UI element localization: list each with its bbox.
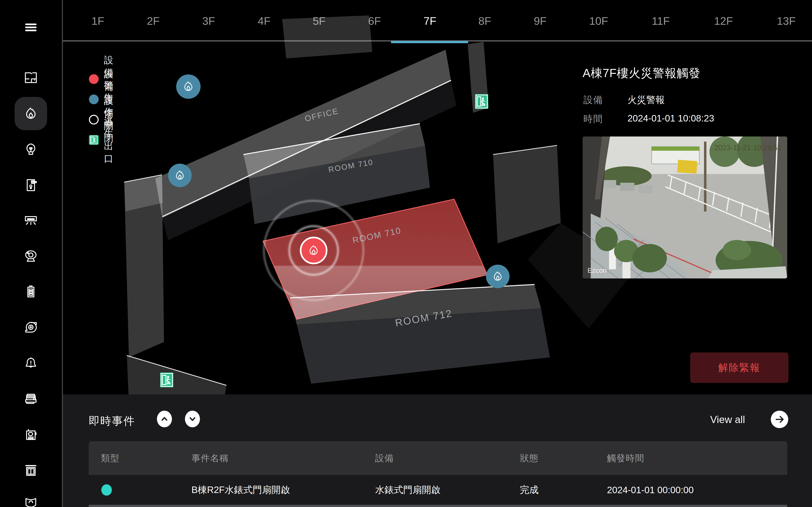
cctv-watermark: Ezcon: [588, 267, 607, 274]
tab-7F-active[interactable]: 7F: [423, 0, 436, 42]
plan-office-wall: [162, 81, 456, 240]
plan-right-slab: [493, 146, 561, 243]
cctv-snapshot[interactable]: 2023-11-21 10:29:51 Ezcon: [582, 136, 787, 278]
room-label-710-alert: ROOM 710: [352, 226, 402, 245]
cctv-timestamp: 2023-11-21 10:29:51: [714, 144, 781, 152]
exit-sign-marker-2: [160, 373, 173, 387]
alert-dot: [89, 74, 99, 84]
col-time: 觸發時間: [607, 441, 644, 475]
exit-sign-icon: [89, 135, 99, 145]
light-bulb-icon: [23, 142, 38, 157]
event-time-cell: 2024-01-01 00:00:00: [607, 475, 694, 505]
active-tab-underline: [391, 41, 468, 43]
tab-3F[interactable]: 3F: [202, 0, 215, 42]
room-label-710-upper: ROOM 710: [327, 158, 374, 174]
sidebar-item-hvac[interactable]: [23, 213, 38, 228]
event-type-cell: [101, 475, 112, 505]
sidebar-item-alarm[interactable]: [23, 355, 38, 370]
event-status-cell: 完成: [520, 475, 539, 505]
sidebar-item-fire-alarm[interactable]: [23, 106, 38, 121]
event-row[interactable]: B棟R2F水錶式門扇開啟 水錶式門扇開啟 完成 2024-01-01 00:00…: [89, 475, 787, 505]
alert-title: A棟7F樓火災警報觸發: [582, 65, 701, 81]
plan-office-band: [155, 50, 451, 218]
tab-5F[interactable]: 5F: [313, 0, 325, 42]
battery-icon: [23, 284, 38, 299]
menu-button[interactable]: [23, 20, 38, 35]
sidebar-item-camera[interactable]: [23, 248, 38, 263]
scroll-up-button[interactable]: [157, 411, 172, 427]
tab-1F[interactable]: 1F: [91, 0, 104, 42]
air-conditioner-icon: [23, 213, 38, 228]
off-dot: [89, 115, 99, 124]
events-panel: 即時事件 View all 類型 事件名稱 設備 狀態 觸發時間 B棟R2F水錶…: [63, 394, 812, 507]
arrow-right-icon: [774, 414, 785, 425]
tab-10F[interactable]: 10F: [589, 0, 608, 42]
printer-icon: [23, 392, 38, 406]
legend-item-exit: 逃生出口: [89, 134, 114, 146]
col-status: 狀態: [520, 441, 539, 475]
tab-9F[interactable]: 9F: [534, 0, 547, 42]
running-dot: [89, 95, 99, 104]
view-all-button[interactable]: [779, 419, 797, 437]
next-row-divider: [89, 505, 787, 507]
fire-marker-alert[interactable]: [301, 237, 326, 264]
time-value: 2024-01-01 10:08:23: [627, 113, 714, 124]
alarm-bell-icon: [23, 355, 38, 370]
elevator-icon: [23, 463, 38, 478]
plan-room712-band: [290, 285, 541, 325]
sidebar-item-controller[interactable]: [23, 427, 38, 442]
plan-room710-band: [243, 124, 425, 178]
floor-plan-icon: [23, 70, 38, 85]
device-label: 設備: [583, 94, 603, 106]
chevron-down-icon: [188, 414, 197, 424]
pump-fan-icon: [23, 320, 38, 334]
tab-11F[interactable]: 11F: [652, 0, 670, 42]
sidebar-item-security[interactable]: [23, 497, 38, 507]
sidebar-item-door-access[interactable]: [23, 178, 38, 192]
plan-room710-alert[interactable]: [263, 199, 487, 319]
chevron-up-icon: [160, 414, 169, 424]
scroll-down-button[interactable]: [185, 411, 200, 427]
tab-12F[interactable]: 12F: [714, 0, 733, 42]
cctv-scene: 2023-11-21 10:29:51 Ezcon: [582, 136, 787, 278]
tab-4F[interactable]: 4F: [258, 0, 270, 42]
plan-bottom-left-slab: [127, 355, 226, 394]
events-title: 即時事件: [89, 414, 135, 429]
view-all-link[interactable]: View all: [710, 414, 745, 426]
tab-8F[interactable]: 8F: [478, 0, 491, 42]
exit-sign-marker-1: [475, 94, 488, 109]
sidebar-item-pump[interactable]: [23, 320, 38, 334]
plan-left-slab: [124, 175, 164, 357]
col-type: 類型: [101, 441, 119, 475]
events-table-header: 類型 事件名稱 設備 狀態 觸發時間: [89, 441, 787, 475]
room-label-712: ROOM 712: [394, 307, 453, 329]
tab-2F[interactable]: 2F: [147, 0, 160, 42]
event-name-cell: B棟R2F水錶式門扇開啟: [192, 475, 290, 505]
door-lock-icon: [23, 178, 38, 192]
alert-ripple-outer: [264, 201, 363, 300]
dismiss-alert-button[interactable]: 解除緊報: [690, 352, 789, 383]
event-device-cell: 水錶式門扇開啟: [375, 475, 441, 505]
sidebar-item-floor-plan[interactable]: [23, 70, 38, 85]
fire-icon: [23, 106, 38, 121]
device-value: 火災警報: [627, 94, 665, 106]
tab-13F[interactable]: 13F: [777, 0, 796, 42]
sidebar-item-battery[interactable]: [23, 284, 38, 299]
floor-tab-bar: 1F 2F 3F 4F 5F 6F 7F 8F 9F 10F 11F 12F 1…: [63, 0, 812, 42]
sidebar-item-elevator[interactable]: [23, 463, 38, 478]
alert-ripple-inner: [289, 226, 338, 275]
fire-marker-running-3[interactable]: [486, 265, 510, 288]
plan-room712-body: [297, 308, 550, 384]
time-label: 時間: [583, 113, 603, 125]
fire-marker-running-1[interactable]: [176, 74, 201, 99]
camera-icon: [23, 248, 38, 263]
sidebar-item-lighting[interactable]: [23, 142, 38, 157]
plan-room710-body: [249, 146, 430, 224]
hamburger-icon: [23, 20, 38, 35]
sidebar-item-printer[interactable]: [23, 392, 38, 406]
event-status-dot: [101, 484, 112, 496]
plan-right-slab-narrow: [468, 42, 489, 113]
tab-6F[interactable]: 6F: [368, 0, 381, 42]
room-label-office: OFFICE: [304, 106, 340, 123]
fire-marker-running-2[interactable]: [168, 164, 192, 187]
